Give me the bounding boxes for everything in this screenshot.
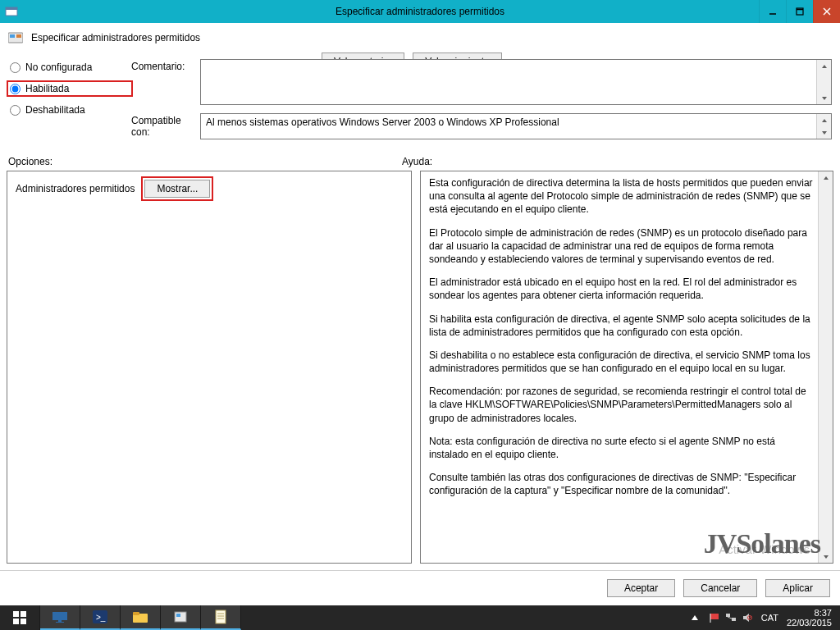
options-section-label: Opciones: (8, 156, 402, 167)
permitted-managers-label: Administradores permitidos (16, 183, 135, 194)
ok-button[interactable]: Aceptar (607, 579, 675, 597)
tray-time: 8:37 (787, 608, 832, 618)
svg-marker-11 (822, 97, 827, 100)
window-title: Especificar administradores permitidos (0, 6, 840, 17)
flag-icon[interactable] (709, 612, 720, 623)
taskbar: >_ CAT 8:37 22/03/2015 (0, 605, 840, 630)
maximize-button[interactable] (786, 0, 813, 23)
policy-header: Especificar administradores permitidos (0, 23, 840, 49)
footer-buttons: Aceptar Cancelar Aplicar (0, 570, 840, 605)
panels: Administradores permitidos Mostrar... Es… (0, 171, 840, 570)
help-p7: Consulte también las otras dos configura… (429, 471, 816, 497)
tray-date: 22/03/2015 (787, 618, 832, 628)
start-button[interactable] (0, 605, 40, 630)
config-row: No configurada Habilitada Deshabilitada … (0, 49, 840, 139)
taskbar-server-manager[interactable] (40, 605, 80, 630)
tray-clock[interactable]: 8:37 22/03/2015 (787, 608, 832, 628)
svg-marker-15 (824, 555, 829, 559)
network-icon[interactable] (725, 612, 737, 623)
window-buttons (759, 0, 840, 23)
tray-lang[interactable]: CAT (761, 613, 778, 623)
radio-not-configured-input[interactable] (10, 62, 21, 73)
radio-enabled[interactable]: Habilitada (8, 82, 131, 95)
taskbar-powershell[interactable]: >_ (80, 605, 121, 630)
minimize-button[interactable] (759, 0, 786, 23)
help-scrollbar[interactable] (818, 171, 833, 563)
radio-enabled-label: Habilitada (25, 83, 69, 94)
taskbar-notepad[interactable] (201, 605, 241, 630)
scroll-up-icon[interactable] (817, 60, 831, 72)
radio-disabled-input[interactable] (10, 105, 21, 116)
compat-value: Al menos sistemas operativos Windows Ser… (201, 114, 831, 130)
taskbar-gpeditor[interactable] (161, 605, 201, 630)
cancel-button[interactable]: Cancelar (683, 579, 757, 597)
scroll-down-icon[interactable] (817, 126, 831, 139)
help-p5: Recomendación: por razones de seguridad,… (429, 385, 816, 425)
compat-scrollbar[interactable] (816, 114, 831, 139)
compat-label: Compatible con: (131, 113, 197, 139)
svg-rect-26 (133, 612, 139, 615)
svg-marker-10 (822, 65, 827, 68)
svg-rect-22 (56, 622, 64, 623)
taskbar-explorer[interactable] (121, 605, 161, 630)
svg-rect-1 (6, 7, 17, 10)
options-panel: Administradores permitidos Mostrar... (7, 171, 412, 564)
svg-marker-12 (822, 119, 827, 122)
comment-value (201, 60, 831, 65)
svg-rect-34 (710, 614, 719, 619)
radio-not-configured-label: No configurada (25, 62, 92, 73)
svg-marker-14 (824, 176, 829, 180)
help-panel: Esta configuración de directiva determin… (420, 171, 833, 564)
svg-rect-16 (13, 611, 19, 617)
svg-rect-20 (52, 612, 67, 620)
apply-button[interactable]: Aplicar (765, 579, 830, 597)
radio-not-configured[interactable]: No configurada (8, 61, 131, 74)
help-p1: El Protocolo simple de administración de… (429, 226, 816, 267)
svg-rect-29 (216, 610, 226, 623)
volume-icon[interactable] (742, 612, 753, 623)
svg-rect-17 (21, 611, 26, 617)
help-p3: Si habilita esta configuración de direct… (429, 313, 816, 339)
show-button[interactable]: Mostrar... (144, 180, 210, 198)
policy-editor-icon (5, 5, 18, 18)
state-radios: No configurada Habilitada Deshabilitada (8, 49, 131, 139)
svg-marker-13 (822, 131, 827, 135)
compat-box: Al menos sistemas operativos Windows Ser… (200, 113, 832, 139)
help-section-label: Ayuda: (402, 156, 432, 167)
svg-rect-19 (21, 619, 26, 624)
policy-icon (8, 31, 23, 44)
scroll-up-icon[interactable] (819, 171, 833, 184)
comment-label: Comentario: (131, 59, 197, 105)
svg-marker-33 (692, 615, 698, 620)
radio-disabled-label: Deshabilitada (25, 104, 85, 116)
scroll-up-icon[interactable] (817, 114, 831, 126)
svg-rect-9 (16, 34, 21, 38)
help-p4: Si deshabilita o no establece esta confi… (429, 349, 816, 375)
activate-windows-watermark: Activar Windows (719, 542, 810, 556)
comment-scrollbar[interactable] (816, 60, 831, 104)
help-text: Esta configuración de directiva determin… (429, 176, 816, 498)
svg-rect-36 (726, 614, 730, 617)
svg-text:>_: >_ (96, 613, 106, 622)
titlebar: Especificar administradores permitidos (0, 0, 840, 23)
radio-enabled-input[interactable] (10, 84, 21, 94)
comment-box[interactable] (200, 59, 832, 105)
close-button[interactable] (813, 0, 840, 23)
scroll-down-icon[interactable] (817, 92, 831, 104)
svg-rect-28 (176, 614, 180, 617)
tray-icons (709, 612, 753, 623)
help-p2: El administrador está ubicado en el equi… (429, 276, 816, 302)
svg-rect-18 (13, 619, 19, 624)
policy-name: Especificar administradores permitidos (31, 32, 200, 43)
info-col: Comentario: Compatible con: Al menos sis… (131, 49, 832, 139)
svg-rect-8 (10, 34, 15, 38)
radio-disabled[interactable]: Deshabilitada (8, 103, 131, 116)
window-body: Especificar administradores permitidos V… (0, 23, 840, 605)
section-labels: Opciones: Ayuda: (0, 139, 840, 171)
help-p0: Esta configuración de directiva determin… (429, 176, 816, 217)
scroll-down-icon[interactable] (819, 550, 833, 563)
svg-rect-21 (58, 620, 62, 622)
tray-overflow-icon[interactable] (689, 612, 701, 623)
help-p6: Nota: esta configuración de directiva no… (429, 435, 816, 461)
permitted-managers-row: Administradores permitidos Mostrar... (16, 180, 403, 198)
